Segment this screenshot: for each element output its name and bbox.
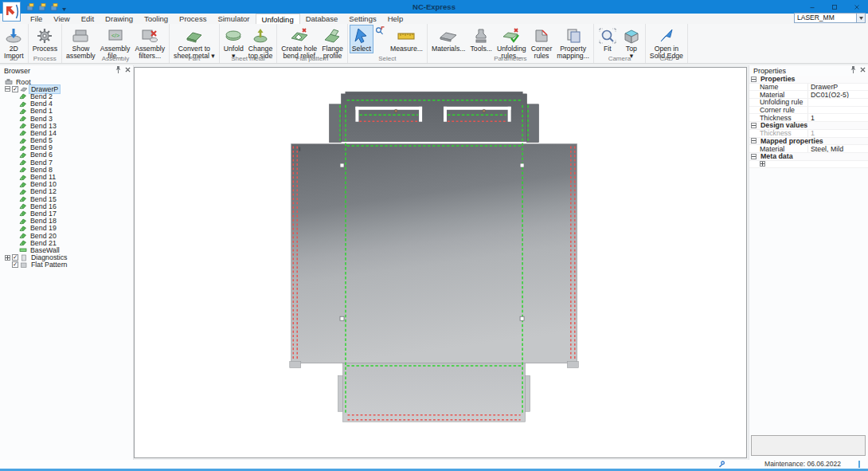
maximize-button[interactable] bbox=[823, 0, 846, 14]
tree-item-bend-20[interactable]: Bend 20 bbox=[0, 232, 133, 239]
profile-selector[interactable]: LASER_MM bbox=[794, 13, 866, 23]
menu-tab-help[interactable]: Help bbox=[382, 14, 409, 24]
select-label: Select bbox=[352, 45, 371, 53]
unfold-rules-icon bbox=[502, 26, 521, 45]
tree-item-bend-11[interactable]: Bend 11 bbox=[0, 173, 133, 180]
open-icon bbox=[38, 3, 46, 11]
property-value[interactable]: DC01(O2-5) bbox=[807, 91, 868, 98]
bend-icon bbox=[19, 202, 27, 210]
ribbon-group-cad: Open in Solid EdgeCAD bbox=[646, 24, 688, 63]
collapse-icon[interactable] bbox=[751, 154, 757, 159]
pin-icon[interactable] bbox=[850, 66, 856, 73]
process-button[interactable]: Process bbox=[30, 25, 60, 53]
tree-item-bend-7[interactable]: Bend 7 bbox=[0, 159, 133, 166]
profile-selector-value: LASER_MM bbox=[797, 14, 835, 22]
new-button[interactable] bbox=[26, 0, 34, 14]
menu-tab-settings[interactable]: Settings bbox=[343, 14, 381, 24]
tree-item-bend-12[interactable]: Bend 12 bbox=[0, 188, 133, 195]
bend-icon bbox=[19, 129, 27, 136]
menu-tab-file[interactable]: File bbox=[25, 14, 48, 24]
collapse-icon[interactable] bbox=[751, 77, 757, 82]
chevron-down-icon[interactable] bbox=[856, 14, 865, 22]
visibility-checkbox[interactable]: ✓ bbox=[12, 86, 18, 92]
ribbon-group-caption: Assembly bbox=[62, 55, 169, 63]
menu-tab-unfolding[interactable]: Unfolding bbox=[256, 14, 300, 24]
close-button[interactable] bbox=[846, 0, 868, 14]
app-logo[interactable] bbox=[2, 2, 21, 22]
menu-tab-view[interactable]: View bbox=[48, 14, 75, 24]
property-value[interactable]: 1 bbox=[807, 130, 868, 137]
tree-item-bend-4[interactable]: Bend 4 bbox=[0, 100, 133, 108]
tree-item-bend-10[interactable]: Bend 10 bbox=[0, 181, 133, 188]
tree-item-bend-3[interactable]: Bend 3 bbox=[0, 115, 133, 122]
browser-panel-tools bbox=[115, 66, 131, 73]
menu-tab-drawing[interactable]: Drawing bbox=[100, 14, 139, 24]
menu-tab-simulator[interactable]: Simulator bbox=[212, 14, 255, 24]
tree-item-bend-19[interactable]: Bend 19 bbox=[0, 225, 133, 232]
pin-icon[interactable] bbox=[115, 66, 121, 73]
tree-item-root[interactable]: Root bbox=[0, 78, 133, 85]
expand-icon[interactable] bbox=[5, 255, 10, 261]
open-button[interactable] bbox=[38, 0, 46, 14]
tree-item-bend-9[interactable]: Bend 9 bbox=[0, 144, 133, 151]
tree-item-bend-2[interactable]: Bend 2 bbox=[0, 92, 133, 100]
tools-button[interactable]: Tools... bbox=[467, 25, 495, 53]
edge-mark bbox=[299, 147, 300, 151]
property-value[interactable]: 1 bbox=[807, 114, 868, 121]
ribbon-group-caption: 2D bbox=[0, 55, 28, 63]
close-icon[interactable] bbox=[860, 67, 866, 73]
materials-button[interactable]: Materials... bbox=[429, 25, 467, 53]
measure-button[interactable]: Measure... bbox=[388, 25, 425, 53]
tree-item-drawerp[interactable]: ✓DrawerP bbox=[0, 85, 133, 92]
visibility-checkbox[interactable]: ✓ bbox=[12, 261, 18, 268]
menu-tab-database[interactable]: Database bbox=[300, 14, 344, 24]
property-value[interactable] bbox=[807, 99, 868, 106]
flat-pattern-part[interactable] bbox=[290, 92, 579, 422]
collapse-icon[interactable] bbox=[5, 86, 10, 92]
property-value[interactable]: DrawerP bbox=[807, 84, 868, 91]
tree-item-bend-8[interactable]: Bend 8 bbox=[0, 166, 133, 173]
toolbar-options-caret-icon[interactable] bbox=[62, 0, 66, 14]
collapse-icon[interactable] bbox=[751, 123, 757, 128]
zoom-select-button[interactable] bbox=[373, 25, 388, 37]
tree-item-flat-pattern[interactable]: ✓Flat Pattern bbox=[0, 261, 133, 269]
statusbar-separator bbox=[858, 461, 860, 468]
menu-tab-edit[interactable]: Edit bbox=[76, 14, 100, 24]
fit-button[interactable]: Fit bbox=[596, 25, 620, 53]
collapse-icon[interactable] bbox=[751, 138, 757, 143]
save-button[interactable] bbox=[50, 0, 58, 14]
close-icon[interactable] bbox=[125, 67, 131, 73]
menu-tab-process[interactable]: Process bbox=[174, 14, 212, 24]
tree-item-bend-1[interactable]: Bend 1 bbox=[0, 108, 133, 115]
property-value[interactable] bbox=[807, 107, 868, 114]
property-expand-row bbox=[749, 161, 868, 169]
ribbon-group-part: Convert to sheet metal ▾Part bbox=[170, 24, 220, 63]
tree-item-bend-6[interactable]: Bend 6 bbox=[0, 151, 133, 159]
select-button[interactable]: Select bbox=[350, 25, 373, 53]
tree-item-bend-15[interactable]: Bend 15 bbox=[0, 195, 133, 202]
corner-tab-left bbox=[290, 361, 301, 367]
viewport[interactable] bbox=[134, 67, 747, 458]
expand-icon[interactable] bbox=[760, 161, 765, 167]
slot-hole-right bbox=[483, 109, 486, 112]
minimize-button[interactable] bbox=[801, 0, 823, 14]
tree-item-bend-5[interactable]: Bend 5 bbox=[0, 137, 133, 144]
menu-tabs: FileViewEditDrawingToolingProcessSimulat… bbox=[25, 14, 409, 24]
bend-icon bbox=[19, 188, 27, 195]
tree-item-bend-16[interactable]: Bend 16 bbox=[0, 202, 133, 210]
tree-item-bend-17[interactable]: Bend 17 bbox=[0, 210, 133, 217]
wall-icon bbox=[19, 246, 27, 253]
tree-item-bend-14[interactable]: Bend 14 bbox=[0, 129, 133, 136]
ribbon-group-flat-pattern: Create hole bend reliefFlange profileFla… bbox=[277, 24, 348, 63]
visibility-checkbox[interactable]: ✓ bbox=[12, 254, 18, 261]
property-value[interactable]: Steel, Mild bbox=[807, 145, 868, 152]
materials-label: Materials... bbox=[432, 45, 465, 53]
menu-tab-tooling[interactable]: Tooling bbox=[139, 14, 174, 24]
flat-pattern-canvas bbox=[135, 68, 746, 457]
property-section-meta-data[interactable]: Meta data bbox=[749, 153, 868, 161]
tree-item-bend-13[interactable]: Bend 13 bbox=[0, 122, 133, 129]
hole-relief-icon bbox=[290, 26, 309, 45]
tree-item-bend-18[interactable]: Bend 18 bbox=[0, 218, 133, 225]
tree-item-bend-21[interactable]: Bend 21 bbox=[0, 239, 133, 246]
bend-icon bbox=[19, 166, 27, 173]
